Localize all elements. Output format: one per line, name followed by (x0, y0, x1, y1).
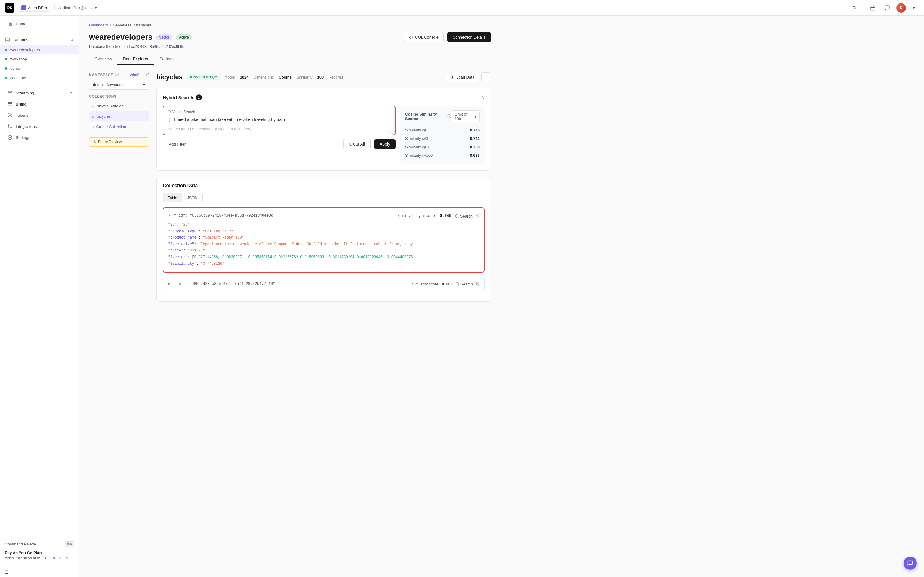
score-value-1: 0.745 (470, 128, 480, 132)
svg-point-9 (8, 124, 9, 126)
plan-info: Pay As You Go Plan Accelerate on Astra w… (5, 551, 74, 560)
dimensions-value: 1024 (240, 75, 249, 79)
cql-console-btn[interactable]: CQL Console (404, 32, 444, 42)
plan-credits-link[interactable]: 1,000+ Credits (45, 556, 68, 560)
sidebar-item-streaming[interactable]: Streaming ▾ (2, 87, 77, 98)
sidebar-hamburger-btn[interactable]: ☰ (0, 567, 79, 577)
svg-point-17 (456, 214, 458, 217)
svg-line-18 (458, 217, 459, 218)
record-2-copy-btn[interactable]: ⎘ (476, 281, 480, 287)
collection-header-actions: Load Data ⋮ (446, 72, 491, 82)
databases-icon (5, 37, 10, 42)
view-tab-table[interactable]: Table (163, 193, 182, 203)
sidebar-item-cdcdemo[interactable]: cdcdemo (0, 73, 79, 82)
record-1-search-btn[interactable]: Search (455, 214, 473, 218)
page-tabs: Overview Data Explorer Settings (89, 53, 491, 65)
score-label-2: Similarity @3 (405, 136, 428, 141)
collection-label-bicycle-catalog: bicycle_catalog (97, 104, 124, 108)
settings-label: Settings (16, 135, 31, 140)
collection-more-options-btn[interactable]: ⋮ (481, 72, 491, 82)
namespace-chevron-icon: ▾ (143, 82, 145, 87)
calendar-icon-btn[interactable] (868, 2, 878, 13)
db-status-dot-demo (5, 68, 7, 70)
svg-point-19 (456, 282, 459, 285)
sidebar-item-home[interactable]: Home (2, 18, 77, 29)
sidebar-item-home-label: Home (16, 22, 26, 26)
public-preview-label: Public Preview (98, 140, 122, 144)
sidebar-item-billing[interactable]: Billing (2, 99, 77, 110)
hybrid-search-collapse-btn[interactable]: ∧ (481, 94, 485, 101)
view-tabs: Table JSON (163, 193, 485, 203)
db-selector-chevron-icon: ▾ (45, 5, 48, 10)
breadcrumb-dashboard[interactable]: Dashboard (89, 23, 108, 27)
data-record-1: ▾ "_id": "63756d79-2418-40ee-b56d-792418… (163, 207, 485, 272)
collection-more-btn-1[interactable]: ⋯ (142, 103, 146, 108)
docs-link[interactable]: Docs (850, 4, 864, 11)
message-icon-btn[interactable] (882, 2, 893, 13)
sidebar: Home Databases ▲ wearedevelopers worksho… (0, 16, 79, 577)
record-1-toggle[interactable]: ▾ (168, 213, 171, 219)
db-sub-items: wearedevelopers workshop demo cdcdemo (0, 45, 79, 82)
record-2-score: Similarity score:0.745 (412, 282, 452, 286)
right-panel: bicycles NV-Embed-QA Model 1024 Dimensio… (156, 72, 491, 302)
billing-icon (7, 102, 13, 107)
record-2-header: ▾ "_id": "680a7428-a32b-477f-8a74-28a32b… (168, 281, 480, 287)
svg-line-14 (170, 113, 171, 113)
record-1-score: Similarity score:0.745 (397, 213, 451, 219)
vector-search-label: Vector Search (167, 110, 391, 114)
score-row-3: Similarity @10 0.730 (405, 143, 480, 152)
user-avatar[interactable]: D (896, 3, 906, 13)
databases-header[interactable]: Databases ▲ (0, 34, 79, 45)
app-logo: DS (5, 3, 14, 13)
sidebar-item-demo[interactable]: demo (0, 64, 79, 73)
model-name: NV-Embed-QA (193, 75, 217, 79)
whats-this-link[interactable]: What's this? (130, 73, 149, 77)
collections-label: Collections (89, 95, 149, 99)
view-tab-json[interactable]: JSON (182, 193, 203, 203)
similarity-limit-select[interactable]: Limit of 100 ▾ (451, 110, 480, 122)
tab-data-explorer[interactable]: Data Explorer (117, 53, 154, 65)
user-selector[interactable]: ⬡ dieter.flick@dat... ▾ (55, 4, 100, 11)
vector-search-placeholder[interactable]: Search for an embedding, or type in a te… (167, 127, 391, 131)
sidebar-bottom: Command Palette ⌘K Pay As You Go Plan Ac… (0, 536, 79, 565)
user-icon: ⬡ (58, 5, 61, 10)
sidebar-item-settings[interactable]: Settings (2, 132, 77, 143)
similarity-label: Similarity (296, 75, 312, 79)
load-data-btn[interactable]: Load Data (446, 73, 479, 82)
search-query-icon (167, 117, 172, 124)
expand-icon-btn[interactable]: ▾ (908, 2, 919, 13)
db-selector[interactable]: Astra DB ▾ (18, 4, 51, 12)
public-preview-btn[interactable]: ⚠ Public Preview (89, 137, 149, 147)
namespace-info-icon: ⓘ (115, 72, 119, 77)
record-2-toggle[interactable]: ▾ (168, 282, 170, 286)
tab-settings[interactable]: Settings (154, 53, 180, 65)
records-label: Records (328, 75, 343, 79)
clear-all-btn[interactable]: Clear All (343, 139, 370, 149)
svg-point-15 (168, 119, 171, 121)
collection-item-bicycles[interactable]: ⌕ bicycles ⋯ (89, 111, 149, 121)
score-label-4: Similarity @100 (405, 153, 433, 158)
add-filter-btn[interactable]: + Add Filter (163, 140, 188, 148)
chat-bubble-btn[interactable] (903, 556, 917, 570)
connection-details-btn[interactable]: Connection Details (447, 32, 491, 42)
tokens-icon (7, 113, 13, 118)
resize-handle[interactable]: ⤡ (390, 130, 394, 134)
sidebar-item-workshop[interactable]: workshop (0, 55, 79, 64)
namespace-value: default_keyspace (93, 82, 123, 87)
sidebar-item-tokens[interactable]: Tokens (2, 110, 77, 121)
collection-item-bicycle-catalog[interactable]: ⌕ bicycle_catalog ⋯ (89, 101, 149, 111)
command-palette-btn[interactable]: Command Palette ⌘K (5, 541, 74, 547)
breadcrumb-current: Serverless Databases (113, 23, 151, 27)
record-2-search-btn[interactable]: Search (456, 282, 473, 286)
tab-overview[interactable]: Overview (89, 53, 117, 65)
svg-rect-5 (8, 103, 12, 106)
db-selector-label: Astra DB (28, 5, 43, 10)
collection-more-btn-2[interactable]: ⋯ (142, 114, 146, 119)
vector-search-input-area: I need a bike that I can take with me wh… (167, 116, 391, 124)
sidebar-item-wearedevelopers[interactable]: wearedevelopers (0, 45, 79, 55)
record-1-copy-btn[interactable]: ⎘ (476, 213, 479, 219)
namespace-select[interactable]: default_keyspace ▾ (89, 80, 149, 90)
create-collection-btn[interactable]: + Create Collection (89, 122, 149, 131)
apply-btn[interactable]: Apply (374, 139, 396, 149)
sidebar-item-integrations[interactable]: Integrations (2, 121, 77, 132)
